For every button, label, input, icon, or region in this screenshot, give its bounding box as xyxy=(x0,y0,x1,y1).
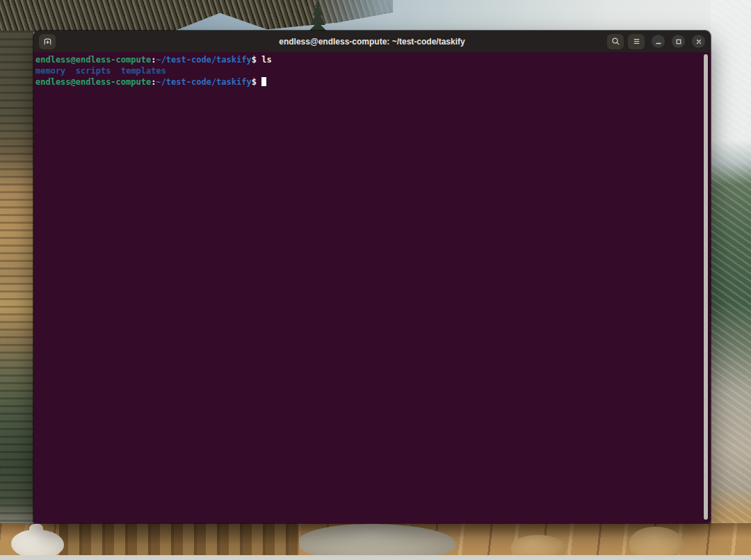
prompt-path: ~/test-code/taskify xyxy=(156,77,251,87)
terminal-line: endless@endless-compute:~/test-code/task… xyxy=(35,76,701,88)
prompt-symbol: $ xyxy=(252,77,257,87)
wallpaper-white-bag xyxy=(11,529,64,559)
desktop: endless@endless-compute: ~/test-code/tas… xyxy=(0,0,751,560)
search-icon xyxy=(611,36,621,47)
terminal-screen[interactable]: endless@endless-compute:~/test-code/task… xyxy=(33,52,711,523)
minimize-button[interactable] xyxy=(652,35,665,48)
headerbar-controls xyxy=(607,34,705,49)
minimize-icon xyxy=(654,38,663,46)
new-tab-icon xyxy=(42,36,53,47)
prompt-user-host: endless@endless-compute xyxy=(35,77,151,87)
maximize-button[interactable] xyxy=(672,35,685,48)
directory-entry: memory xyxy=(35,66,65,76)
directory-entry: scripts xyxy=(76,66,111,76)
terminal-window: endless@endless-compute: ~/test-code/tas… xyxy=(33,31,711,523)
window-title: endless@endless-compute: ~/test-code/tas… xyxy=(279,37,465,47)
new-tab-button[interactable] xyxy=(39,34,56,49)
wallpaper-floor-edge xyxy=(0,555,751,560)
terminal-line: memoryscriptstemplates xyxy=(35,65,701,76)
wallpaper-forest-scree xyxy=(711,0,751,560)
directory-entry: templates xyxy=(121,66,166,76)
terminal-line: endless@endless-compute:~/test-code/task… xyxy=(35,54,701,65)
prompt-symbol: $ xyxy=(252,55,257,65)
search-button[interactable] xyxy=(607,34,624,49)
terminal-scrollbar[interactable] xyxy=(704,54,708,520)
menu-button[interactable] xyxy=(628,34,645,49)
wallpaper-shingle-hut xyxy=(0,31,33,560)
terminal-headerbar[interactable]: endless@endless-compute: ~/test-code/tas… xyxy=(33,31,711,52)
close-button[interactable] xyxy=(692,35,705,48)
terminal-cursor xyxy=(261,77,266,86)
close-icon xyxy=(695,38,703,46)
hamburger-menu-icon xyxy=(631,36,642,47)
command-text: ls xyxy=(261,55,271,65)
maximize-icon xyxy=(675,38,683,46)
prompt-user-host: endless@endless-compute xyxy=(35,55,151,65)
prompt-path: ~/test-code/taskify xyxy=(156,55,251,65)
